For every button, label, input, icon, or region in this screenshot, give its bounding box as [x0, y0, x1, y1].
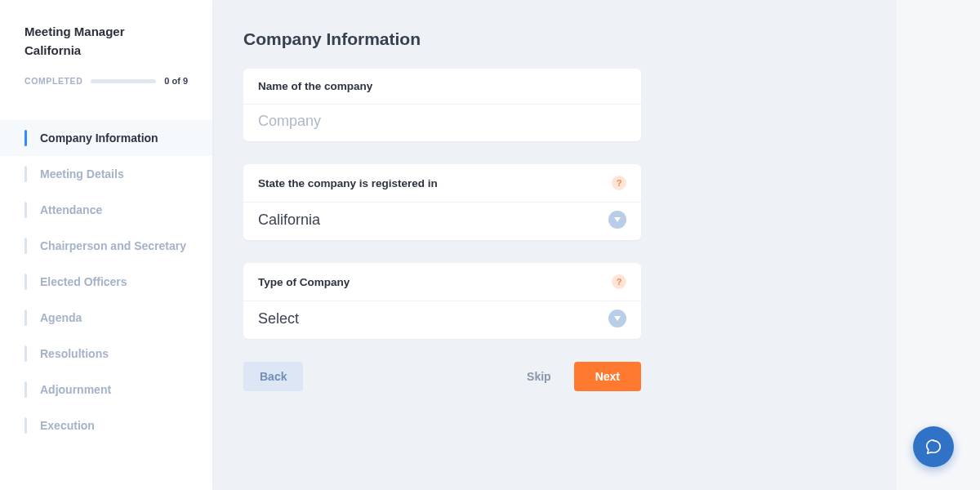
main-panel: Company Information Name of the company … [212, 0, 897, 490]
sidebar-item-label: Resolultions [40, 347, 109, 360]
field-header: State the company is registered in ? [243, 164, 641, 203]
sidebar-item-agenda[interactable]: Agenda [0, 300, 212, 336]
sidebar-header: Meeting Manager California [0, 23, 212, 76]
select-value: California [258, 212, 320, 229]
nav-indicator [24, 130, 27, 146]
nav-indicator [24, 238, 27, 254]
nav-indicator [24, 417, 27, 434]
progress-count: 0 of 9 [164, 76, 188, 86]
nav-indicator [24, 202, 27, 218]
progress-bar [91, 79, 156, 83]
sidebar-item-label: Meeting Details [40, 167, 124, 180]
field-header: Name of the company [243, 69, 641, 105]
chat-fab[interactable] [913, 426, 954, 467]
help-icon[interactable]: ? [612, 176, 626, 190]
progress-row: COMPLETED 0 of 9 [0, 76, 212, 102]
form-button-row: Back Skip Next [243, 362, 641, 391]
progress-label: COMPLETED [24, 76, 82, 86]
select-value: Select [258, 310, 299, 327]
field-card-state: State the company is registered in ? Cal… [243, 164, 641, 240]
chevron-down-icon[interactable] [608, 211, 626, 229]
field-label: Name of the company [258, 80, 372, 92]
chat-icon [924, 438, 942, 456]
chevron-down-icon[interactable] [608, 310, 626, 327]
app-container: Meeting Manager California COMPLETED 0 o… [0, 0, 897, 490]
sidebar-item-adjournment[interactable]: Adjournment [0, 372, 212, 408]
sidebar-item-label: Company Information [40, 131, 158, 145]
sidebar-item-chairperson-secretary[interactable]: Chairperson and Secretary [0, 228, 212, 264]
next-button[interactable]: Next [574, 362, 641, 391]
field-label: State the company is registered in [258, 177, 438, 189]
state-select[interactable]: California [243, 203, 641, 240]
nav-indicator [24, 274, 27, 290]
sidebar-item-label: Elected Officers [40, 275, 127, 288]
sidebar-item-resolutions[interactable]: Resolultions [0, 336, 212, 372]
field-card-company-name: Name of the company [243, 69, 641, 141]
field-label: Type of Company [258, 276, 350, 288]
sidebar-item-label: Agenda [40, 311, 82, 324]
skip-button[interactable]: Skip [512, 362, 566, 391]
field-header: Type of Company ? [243, 263, 641, 301]
nav-indicator [24, 345, 27, 362]
app-title: Meeting Manager [24, 23, 188, 42]
sidebar: Meeting Manager California COMPLETED 0 o… [0, 0, 212, 490]
sidebar-item-label: Chairperson and Secretary [40, 239, 186, 252]
company-name-input[interactable] [258, 113, 626, 130]
app-subtitle: California [24, 42, 188, 60]
back-button[interactable]: Back [243, 362, 303, 391]
sidebar-item-execution[interactable]: Execution [0, 408, 212, 443]
type-select[interactable]: Select [243, 301, 641, 339]
right-gutter [897, 0, 980, 490]
sidebar-item-label: Adjournment [40, 383, 111, 396]
sidebar-item-attendance[interactable]: Attendance [0, 192, 212, 228]
sidebar-item-elected-officers[interactable]: Elected Officers [0, 264, 212, 300]
sidebar-item-meeting-details[interactable]: Meeting Details [0, 156, 212, 192]
page-title: Company Information [243, 29, 866, 49]
sidebar-item-label: Attendance [40, 203, 102, 216]
nav-indicator [24, 166, 27, 182]
nav-indicator [24, 381, 27, 398]
field-body [243, 105, 641, 141]
field-card-type: Type of Company ? Select [243, 263, 641, 339]
help-icon[interactable]: ? [612, 274, 626, 289]
sidebar-item-company-information[interactable]: Company Information [0, 120, 212, 156]
sidebar-nav: Company Information Meeting Details Atte… [0, 120, 212, 443]
sidebar-item-label: Execution [40, 419, 95, 432]
nav-indicator [24, 310, 27, 326]
